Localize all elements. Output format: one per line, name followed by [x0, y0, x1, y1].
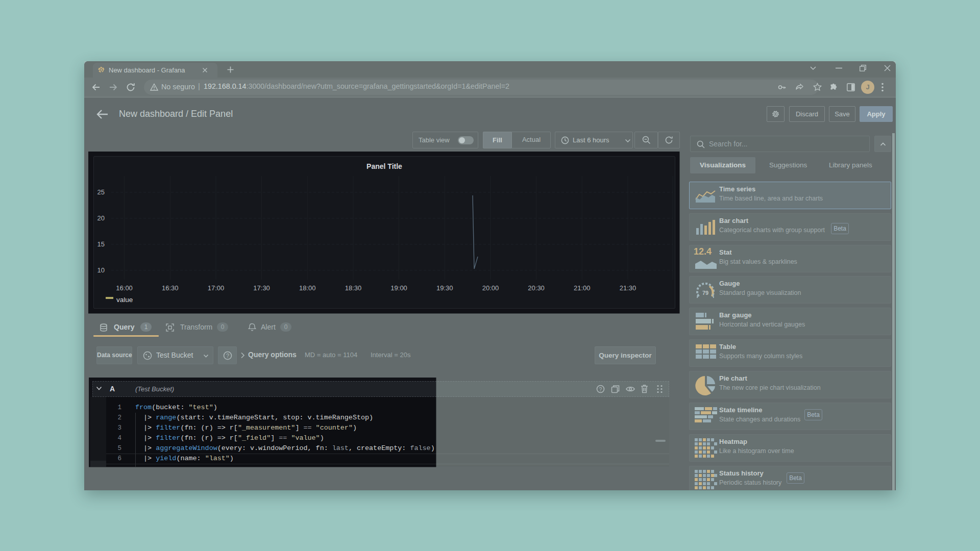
svg-text:16:30: 16:30: [162, 284, 179, 292]
svg-text:value: value: [116, 296, 133, 304]
svg-text:?: ?: [226, 353, 229, 359]
svg-text:?: ?: [599, 386, 602, 392]
svg-text:17:00: 17:00: [208, 284, 225, 292]
svg-text:19:30: 19:30: [436, 284, 453, 292]
svg-text:10: 10: [97, 266, 105, 274]
svg-text:79: 79: [702, 290, 708, 296]
svg-text:17:30: 17:30: [253, 284, 270, 292]
svg-text:20: 20: [97, 214, 105, 222]
svg-text:25: 25: [97, 188, 105, 196]
svg-text:15: 15: [97, 240, 105, 248]
svg-text:18:30: 18:30: [345, 284, 362, 292]
svg-text:16:00: 16:00: [116, 284, 133, 292]
svg-text:20:30: 20:30: [528, 284, 545, 292]
svg-text:19:00: 19:00: [390, 284, 407, 292]
svg-text:21:30: 21:30: [620, 284, 636, 292]
svg-text:18:00: 18:00: [299, 284, 316, 292]
svg-text:21:00: 21:00: [574, 284, 591, 292]
svg-text:20:00: 20:00: [482, 284, 499, 292]
